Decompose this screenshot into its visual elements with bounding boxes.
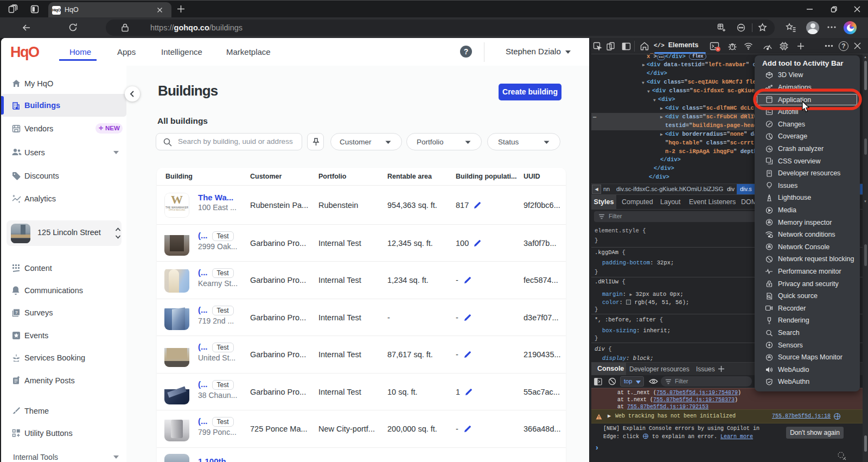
svg-text:?: ? bbox=[15, 310, 18, 315]
